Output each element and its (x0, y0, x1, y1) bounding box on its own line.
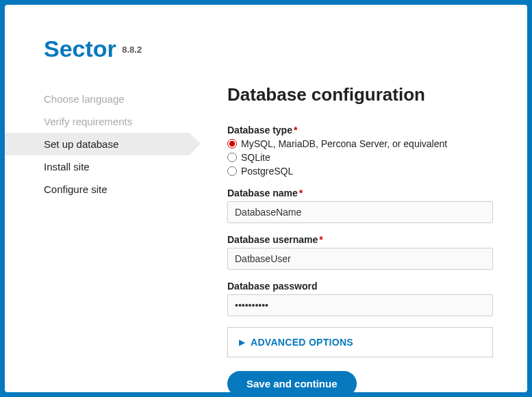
db-type-option-label: MySQL, MariaDB, Percona Server, or equiv… (241, 138, 447, 149)
installer-window: Sector 8.8.2 Choose language Verify requ… (5, 5, 527, 392)
db-user-group: Database username* (227, 234, 493, 270)
page-title: Database configuration (227, 84, 493, 105)
progress-sidebar: Choose language Verify requirements Set … (5, 84, 190, 396)
db-user-input[interactable] (227, 248, 493, 270)
sidebar-item-label: Set up database (44, 138, 118, 150)
sidebar-item-label: Configure site (44, 183, 107, 195)
sidebar-item-choose-language: Choose language (5, 88, 190, 110)
advanced-options-toggle[interactable]: ▶ ADVANCED OPTIONS (227, 327, 493, 357)
required-star-icon: * (319, 234, 322, 245)
db-name-group: Database name* (227, 188, 493, 223)
db-pass-group: Database password (227, 281, 493, 316)
db-pass-label: Database password (227, 281, 493, 292)
db-name-input[interactable] (227, 201, 493, 223)
save-continue-button[interactable]: Save and continue (227, 371, 357, 396)
db-type-option-label: PostgreSQL (241, 166, 293, 177)
db-type-option-mysql[interactable]: MySQL, MariaDB, Percona Server, or equiv… (227, 138, 493, 149)
db-type-option-postgresql[interactable]: PostgreSQL (227, 166, 493, 177)
advanced-options-label: ADVANCED OPTIONS (251, 337, 353, 348)
db-pass-input[interactable] (227, 294, 493, 316)
brand-title: Sector (44, 36, 116, 62)
brand-version: 8.8.2 (122, 44, 142, 55)
db-type-group: Database type* MySQL, MariaDB, Percona S… (227, 125, 493, 177)
sidebar-item-label: Verify requirements (44, 116, 132, 127)
db-type-option-sqlite[interactable]: SQLite (227, 152, 493, 163)
brand-header: Sector 8.8.2 (5, 36, 493, 62)
db-type-radio-mysql[interactable] (227, 139, 237, 149)
db-type-option-label: SQLite (241, 152, 270, 163)
db-type-label: Database type* (227, 125, 493, 136)
db-type-radio-sqlite[interactable] (227, 153, 237, 162)
db-type-radio-postgresql[interactable] (227, 166, 237, 176)
sidebar-item-verify-requirements: Verify requirements (5, 110, 190, 133)
required-star-icon: * (294, 125, 297, 136)
sidebar-item-install-site: Install site (5, 155, 190, 178)
sidebar-item-configure-site: Configure site (5, 178, 190, 201)
db-user-label: Database username* (227, 234, 493, 245)
main-content: Database configuration Database type* My… (190, 84, 493, 396)
db-name-label: Database name* (227, 188, 493, 198)
required-star-icon: * (299, 188, 303, 198)
sidebar-item-label: Install site (44, 161, 90, 172)
sidebar-item-set-up-database: Set up database (5, 133, 190, 155)
chevron-right-icon: ▶ (239, 337, 245, 347)
sidebar-item-label: Choose language (44, 93, 125, 105)
